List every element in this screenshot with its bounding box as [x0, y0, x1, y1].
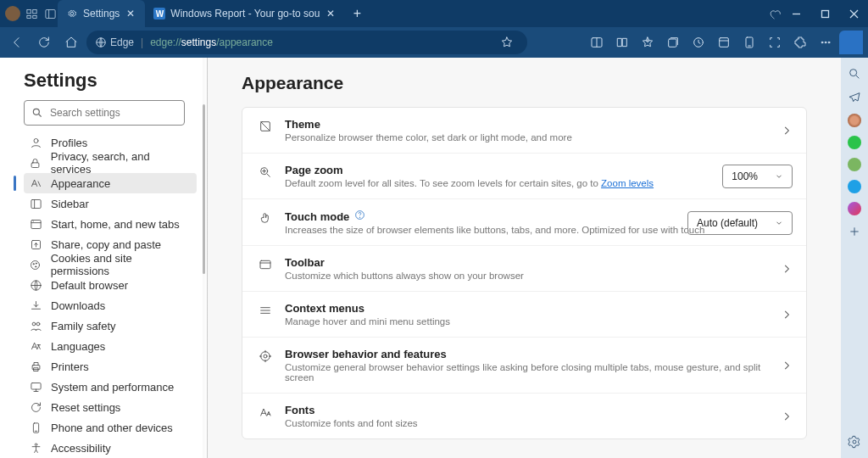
address-bar[interactable]: Edge | edge://settings/appearance — [86, 31, 527, 54]
page-title: Appearance — [242, 73, 807, 93]
skype-icon[interactable] — [848, 180, 861, 193]
svg-point-69 — [850, 70, 857, 76]
row-theme[interactable]: ThemePersonalize browser theme color, se… — [242, 108, 806, 154]
search-input[interactable] — [50, 107, 177, 119]
svg-point-57 — [359, 217, 360, 218]
touch-select[interactable]: Auto (default) — [687, 211, 793, 235]
sidebar-item-default[interactable]: Default browser — [24, 275, 197, 295]
sidebar-item-label: Reset settings — [51, 401, 120, 414]
sidebar-item-label: Sidebar — [51, 198, 89, 210]
reading-icon[interactable] — [610, 31, 634, 54]
language-icon — [29, 339, 42, 353]
split-screen-icon[interactable] — [585, 31, 609, 54]
svg-line-70 — [856, 75, 859, 78]
sidebar-item-download[interactable]: Downloads — [24, 295, 197, 316]
svg-rect-28 — [32, 162, 40, 167]
whatsapp-icon[interactable] — [848, 136, 861, 149]
collections-icon[interactable] — [661, 31, 685, 54]
telegram-icon[interactable] — [847, 90, 862, 105]
sidebar-item-cookie[interactable]: Cookies and site permissions — [24, 254, 197, 275]
scrollbar-thumb[interactable] — [203, 104, 205, 274]
device-icon[interactable] — [737, 31, 761, 54]
sidebar-item-label: System and performance — [51, 381, 174, 394]
row-page-zoom: Page zoomDefault zoom level for all site… — [242, 154, 806, 199]
search-icon[interactable] — [847, 66, 862, 81]
refresh-button[interactable] — [32, 31, 56, 54]
zoom-select[interactable]: 100% — [722, 165, 793, 188]
sidebar-item-lock[interactable]: Privacy, search, and services — [24, 153, 197, 173]
more-icon[interactable] — [814, 31, 837, 54]
touch-icon — [258, 211, 273, 225]
screenshot-icon[interactable] — [763, 31, 787, 54]
workspaces-icon[interactable] — [24, 6, 39, 21]
sidebar-item-printer[interactable]: Printers — [24, 356, 197, 377]
favorites-icon[interactable] — [636, 31, 659, 54]
accessibility-icon — [29, 441, 42, 455]
help-icon[interactable] — [354, 209, 365, 223]
sidebar-item-appearance[interactable]: Appearance — [24, 173, 197, 193]
svg-point-23 — [825, 42, 826, 43]
app-icon[interactable] — [848, 114, 861, 127]
svg-rect-2 — [26, 15, 30, 18]
sidebar-item-label: Default browser — [51, 279, 128, 292]
chevron-right-icon — [781, 360, 793, 371]
sidebar-item-label: Appearance — [51, 177, 110, 190]
sidebar-item-label: Languages — [51, 340, 105, 353]
row-toolbar[interactable]: ToolbarCustomize which buttons always sh… — [242, 246, 806, 292]
vertical-tabs-icon[interactable] — [42, 6, 58, 21]
share-icon — [29, 237, 42, 251]
copilot-button[interactable] — [839, 31, 863, 54]
extensions-icon[interactable] — [788, 31, 812, 54]
close-icon[interactable]: ✕ — [325, 8, 337, 20]
svg-point-25 — [33, 109, 39, 114]
app-icon[interactable] — [848, 158, 861, 171]
tab-settings[interactable]: Settings ✕ — [58, 0, 145, 27]
minimize-button[interactable] — [782, 0, 810, 27]
home-button[interactable] — [59, 31, 83, 54]
profile-avatar[interactable] — [5, 6, 20, 21]
tab-windowsreport[interactable]: W Windows Report - Your go-to sou ✕ — [145, 0, 345, 27]
sidebar-item-phone[interactable]: Phone and other devices — [24, 417, 197, 438]
back-button[interactable] — [5, 31, 29, 54]
settings-heading: Settings — [24, 70, 197, 92]
sidebar-item-family[interactable]: Family safety — [24, 316, 197, 336]
search-settings-input[interactable] — [24, 100, 185, 126]
sidebar-icon — [29, 197, 42, 210]
sidebar-settings-icon[interactable] — [847, 434, 862, 450]
cookie-icon — [29, 258, 42, 271]
settings-main: Appearance ThemePersonalize browser them… — [208, 58, 841, 458]
sidebar-item-reset[interactable]: Reset settings — [24, 397, 197, 417]
zoom-levels-link[interactable]: Zoom levels — [601, 178, 654, 188]
close-icon[interactable]: ✕ — [125, 8, 136, 20]
messenger-icon[interactable] — [848, 202, 861, 215]
sidebar-item-start[interactable]: Start, home, and new tabs — [24, 214, 197, 234]
appearance-icon — [29, 176, 42, 190]
settings-sidebar: Settings ProfilesPrivacy, search, and se… — [0, 58, 208, 458]
row-context-menus[interactable]: Context menusManage hover and mini menu … — [242, 292, 806, 338]
svg-point-36 — [33, 263, 34, 264]
svg-point-22 — [821, 42, 823, 43]
svg-point-24 — [828, 42, 830, 43]
history-icon[interactable] — [687, 31, 710, 54]
sidebar-item-system[interactable]: System and performance — [24, 377, 197, 397]
svg-point-27 — [34, 138, 38, 142]
new-tab-button[interactable]: + — [345, 2, 369, 25]
svg-rect-42 — [32, 365, 40, 369]
sidebar-item-label: Phone and other devices — [51, 422, 173, 434]
row-browser-behavior[interactable]: Browser behavior and featuresCustomize g… — [242, 338, 806, 394]
svg-point-63 — [261, 352, 270, 361]
chevron-right-icon — [781, 125, 793, 137]
add-sidebar-icon[interactable] — [847, 224, 862, 239]
close-window-button[interactable] — [839, 0, 868, 27]
sidebar-item-label: Cookies and site permissions — [51, 252, 192, 277]
sidebar-item-accessibility[interactable]: Accessibility — [24, 438, 197, 458]
maximize-button[interactable] — [810, 0, 839, 27]
rewards-icon[interactable] — [766, 6, 782, 21]
app-icon[interactable] — [712, 31, 736, 54]
sidebar-item-language[interactable]: Languages — [24, 336, 197, 356]
row-fonts[interactable]: FontsCustomize fonts and font sizes — [242, 394, 806, 438]
favorite-star-icon[interactable] — [495, 31, 519, 54]
sidebar-item-sidebar[interactable]: Sidebar — [24, 193, 197, 214]
svg-rect-4 — [45, 9, 54, 18]
site-identity[interactable]: Edge — [95, 36, 134, 48]
